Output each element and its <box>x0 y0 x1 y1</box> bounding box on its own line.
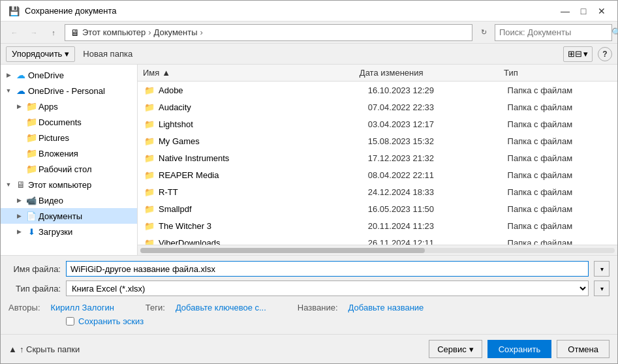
cancel-button[interactable]: Отмена <box>557 340 610 358</box>
file-item[interactable]: 📁 R-TT 24.12.2024 18:33 Папка с файлам <box>138 183 617 200</box>
view-button[interactable]: ⊞⊟ ▾ <box>563 46 593 62</box>
title-bar: 💾 Сохранение документа — □ ✕ <box>1 1 617 22</box>
folder-icon: 📁 <box>143 117 156 130</box>
main-area: ▶ ☁ OneDrive ▼ ☁ OneDrive - Personal ▶ 📁… <box>1 65 617 255</box>
maximize-button[interactable]: □ <box>576 5 591 18</box>
file-type: Папка с файлам <box>508 204 612 214</box>
file-date: 16.05.2023 11:50 <box>368 204 508 214</box>
file-name: Smallpdf <box>159 204 368 214</box>
tree-expand-icon: ▼ <box>3 179 14 190</box>
tree-item-onedrive-personal[interactable]: ▼ ☁ OneDrive - Personal <box>1 83 137 99</box>
file-item[interactable]: 📁 The Witcher 3 20.11.2024 11:23 Папка с… <box>138 217 617 234</box>
tags-value[interactable]: Добавьте ключевое с... <box>176 303 266 312</box>
filetype-select[interactable]: Книга Excel (*.xlsx) <box>66 281 589 296</box>
help-button[interactable]: ? <box>598 47 612 61</box>
organize-button[interactable]: Упорядочить ▾ <box>6 46 75 62</box>
filename-input[interactable] <box>66 261 589 277</box>
title-value[interactable]: Добавьте название <box>348 303 424 312</box>
close-button[interactable]: ✕ <box>594 5 610 18</box>
tree-item-onedrive[interactable]: ▶ ☁ OneDrive <box>1 67 137 83</box>
tree-item-downloads[interactable]: ▶ ⬇ Загрузки <box>1 224 137 239</box>
horizontal-scrollbar[interactable] <box>138 245 617 255</box>
folder-icon: 📁 <box>143 202 156 215</box>
authors-value[interactable]: Кирилл Залогин <box>51 303 114 312</box>
folder-icon: 📁 <box>143 236 156 245</box>
filename-dropdown-button[interactable]: ▾ <box>594 261 610 277</box>
folder-icon: 📁 <box>143 219 156 232</box>
file-date: 24.12.2024 18:33 <box>368 187 508 197</box>
file-name: My Games <box>159 136 368 146</box>
right-panel: Имя ▲ Дата изменения Тип 📁 Adobe 16.10.2… <box>138 65 617 255</box>
search-box: 🔍 <box>495 24 612 41</box>
file-name: REAPER Media <box>159 170 368 180</box>
minimize-button[interactable]: — <box>557 5 573 18</box>
tree-item-vlozhenia[interactable]: 📁 Вложения <box>1 145 137 161</box>
cloud-icon: ☁ <box>15 69 27 81</box>
tree-item-desktop[interactable]: 📁 Рабочий стол <box>1 161 137 177</box>
file-item[interactable]: 📁 Lightshot 03.04.2023 12:17 Папка с фай… <box>138 115 617 132</box>
file-item[interactable]: 📁 Smallpdf 16.05.2023 11:50 Папка с файл… <box>138 200 617 217</box>
service-chevron-icon: ▾ <box>469 344 474 354</box>
file-name: Native Instruments <box>159 153 368 163</box>
tree-label: OneDrive - Personal <box>28 86 105 96</box>
file-item[interactable]: 📁 Native Instruments 17.12.2023 21:32 Па… <box>138 149 617 166</box>
path-sub[interactable]: Документы <box>154 27 198 37</box>
tree-expand-icon: ▶ <box>3 70 14 80</box>
thumbnail-row: Сохранить эскиз <box>8 315 610 329</box>
new-folder-button[interactable]: Новая папка <box>80 46 135 62</box>
left-panel: ▶ ☁ OneDrive ▼ ☁ OneDrive - Personal ▶ 📁… <box>1 65 138 255</box>
tree-item-video[interactable]: ▶ 📹 Видео <box>1 192 137 208</box>
up-button[interactable]: ↑ <box>45 25 62 40</box>
tree-expand-icon: ▶ <box>14 226 24 237</box>
tree-item-apps[interactable]: ▶ 📁 Apps <box>1 99 137 114</box>
filetype-dropdown-button[interactable]: ▾ <box>594 281 610 296</box>
file-item[interactable]: 📁 My Games 15.08.2023 15:32 Папка с файл… <box>138 132 617 149</box>
file-item[interactable]: 📁 Adobe 16.10.2023 12:29 Папка с файлам <box>138 82 617 99</box>
dialog-title: Сохранение документа <box>25 6 117 16</box>
tree-item-docs[interactable]: ▶ 📄 Документы <box>1 208 137 224</box>
save-button[interactable]: Сохранить <box>487 340 552 358</box>
col-header-name[interactable]: Имя ▲ <box>143 68 360 78</box>
tree-item-pictures[interactable]: 📁 Pictures <box>1 130 137 145</box>
file-type: Папка с файлам <box>508 187 612 197</box>
tags-label: Теги: <box>146 303 165 312</box>
scroll-thumb[interactable] <box>140 248 425 253</box>
file-date: 03.04.2023 12:17 <box>368 119 508 129</box>
file-date: 15.08.2023 15:32 <box>368 136 508 146</box>
col-header-date[interactable]: Дата изменения <box>360 68 504 78</box>
service-button[interactable]: Сервис ▾ <box>429 340 482 358</box>
tree-item-this-pc[interactable]: ▼ 🖥 Этот компьютер <box>1 177 137 192</box>
file-date: 07.04.2022 22:33 <box>368 102 508 112</box>
organize-chevron-icon: ▾ <box>65 49 69 59</box>
back-button[interactable]: ← <box>6 25 23 40</box>
right-buttons: Сервис ▾ Сохранить Отмена <box>429 340 610 358</box>
file-name: ViberDownloads <box>159 238 368 245</box>
folder-icon: 📁 <box>143 134 156 147</box>
file-item[interactable]: 📁 REAPER Media 08.04.2022 22:11 Папка с … <box>138 166 617 183</box>
thumbnail-label[interactable]: Сохранить эскиз <box>78 316 144 326</box>
tree-item-documents[interactable]: 📁 Documents <box>1 114 137 130</box>
forward-button[interactable]: → <box>25 25 42 40</box>
file-date: 08.04.2022 22:11 <box>368 170 508 180</box>
search-input[interactable] <box>499 27 609 37</box>
title-label: Название: <box>298 303 338 312</box>
folder-icon: 📁 <box>143 185 156 198</box>
organize-label: Упорядочить <box>12 49 62 59</box>
tree-expand-icon: ▶ <box>14 195 24 205</box>
file-type: Папка с файлам <box>508 238 612 245</box>
folder-icon: 📁 <box>25 163 37 175</box>
tree-expand-icon <box>14 117 24 127</box>
authors-label: Авторы: <box>8 303 40 312</box>
file-item[interactable]: 📁 Audacity 07.04.2022 22:33 Папка с файл… <box>138 99 617 115</box>
file-date: 16.10.2023 12:29 <box>368 85 508 95</box>
refresh-button[interactable]: ↻ <box>475 25 492 40</box>
col-header-type[interactable]: Тип <box>504 68 612 78</box>
path-separator: › <box>148 27 151 37</box>
filename-label: Имя файла: <box>8 264 61 274</box>
path-root[interactable]: Этот компьютер <box>82 27 146 37</box>
file-type: Папка с файлам <box>508 119 612 129</box>
file-item[interactable]: 📁 ViberDownloads 26.11.2024 12:11 Папка … <box>138 234 617 245</box>
thumbnail-checkbox[interactable] <box>66 317 74 326</box>
hide-folders-label: ↑ Скрыть папки <box>20 344 80 354</box>
hide-folders-button[interactable]: ▲ ↑ Скрыть папки <box>8 344 80 354</box>
